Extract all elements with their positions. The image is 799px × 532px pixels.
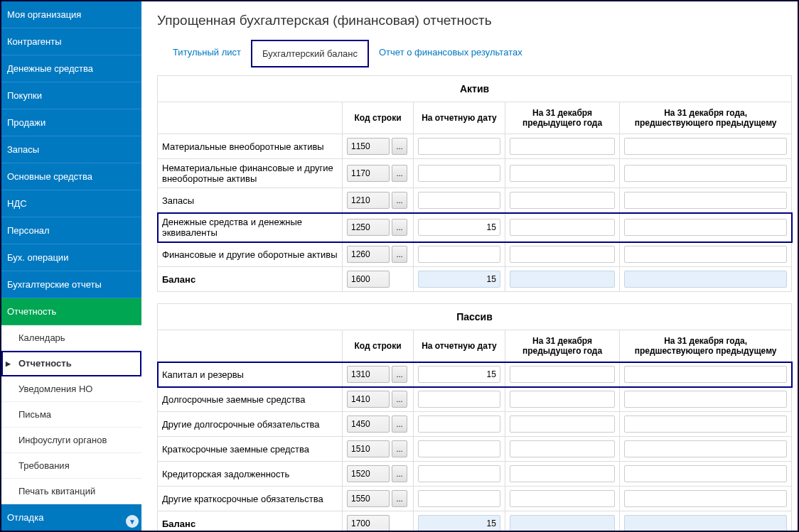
value-input[interactable] <box>510 366 615 383</box>
value-input[interactable] <box>624 165 787 182</box>
value-input[interactable] <box>624 515 787 531</box>
table-row: Денежные средства и денежные эквиваленты… <box>158 213 792 242</box>
value-input[interactable] <box>510 219 615 236</box>
sidebar-item[interactable]: Покупки <box>1 82 141 109</box>
value-input[interactable] <box>624 416 787 433</box>
code-input[interactable] <box>347 271 390 288</box>
table-row: Другие долгосрочные обязательства... <box>158 412 792 437</box>
value-input[interactable] <box>418 416 500 433</box>
code-input[interactable] <box>347 192 390 209</box>
sidebar-sub-item[interactable]: Календарь <box>1 325 141 351</box>
table-row: Кредиторская задолженность... <box>158 462 792 487</box>
code-input[interactable] <box>347 465 390 482</box>
row-label: Краткосрочные заемные средства <box>158 437 343 462</box>
sidebar-item[interactable]: НДС <box>1 190 141 217</box>
scroll-down-icon[interactable]: ▼ <box>126 515 139 528</box>
value-input[interactable] <box>510 138 615 155</box>
code-input[interactable] <box>347 138 390 155</box>
row-label: Финансовые и другие оборотные активы <box>158 242 343 267</box>
value-input[interactable] <box>624 138 787 155</box>
row-label: Денежные средства и денежные эквиваленты <box>158 213 343 242</box>
code-input[interactable] <box>347 515 390 531</box>
value-input[interactable] <box>624 490 787 507</box>
value-input[interactable] <box>418 366 500 383</box>
table-row: Нематериальные финансовые и другие внеоб… <box>158 159 792 188</box>
code-picker-button[interactable]: ... <box>392 391 407 408</box>
code-input[interactable] <box>347 366 390 383</box>
value-input[interactable] <box>418 271 500 288</box>
sidebar-sub-item[interactable]: Требования <box>1 453 141 479</box>
code-input[interactable] <box>347 490 390 507</box>
value-input[interactable] <box>418 219 500 236</box>
value-input[interactable] <box>624 391 787 408</box>
sidebar-item[interactable]: Моя организация <box>1 1 141 28</box>
tab-title-page[interactable]: Титульный лист <box>163 40 251 67</box>
code-input[interactable] <box>347 416 390 433</box>
value-input[interactable] <box>624 246 787 263</box>
value-input[interactable] <box>510 490 615 507</box>
value-input[interactable] <box>510 515 615 531</box>
code-picker-button[interactable]: ... <box>392 465 407 482</box>
sidebar-sub-item[interactable]: Уведомления НО <box>1 376 141 402</box>
value-input[interactable] <box>418 246 500 263</box>
value-input[interactable] <box>510 271 615 288</box>
tab-balance[interactable]: Бухгалтерский баланс <box>251 40 369 67</box>
value-input[interactable] <box>418 465 500 482</box>
value-input[interactable] <box>418 165 500 182</box>
sidebar-item[interactable]: Отчетность <box>1 298 141 325</box>
value-input[interactable] <box>418 490 500 507</box>
sidebar-sub-item[interactable]: Письма <box>1 402 141 428</box>
value-input[interactable] <box>418 391 500 408</box>
tab-fin-results[interactable]: Отчет о финансовых результатах <box>369 40 532 67</box>
code-input[interactable] <box>347 440 390 457</box>
value-input[interactable] <box>510 416 615 433</box>
sidebar-item[interactable]: Отладка <box>1 504 141 531</box>
code-picker-button[interactable]: ... <box>392 440 407 457</box>
value-input[interactable] <box>624 219 787 236</box>
sidebar-item[interactable]: Персонал <box>1 217 141 244</box>
code-input[interactable] <box>347 165 390 182</box>
code-picker-button[interactable]: ... <box>392 165 407 182</box>
code-picker-button[interactable]: ... <box>392 246 407 263</box>
value-input[interactable] <box>624 465 787 482</box>
value-input[interactable] <box>510 192 615 209</box>
col-date: На отчетную дату <box>414 102 505 134</box>
sidebar-sub-item[interactable]: Отчетность <box>1 351 141 376</box>
value-input[interactable] <box>418 440 500 457</box>
table-row: Баланс <box>158 267 792 292</box>
passiv-header: Пассив <box>158 304 792 330</box>
value-input[interactable] <box>624 440 787 457</box>
row-label: Кредиторская задолженность <box>158 462 343 487</box>
code-input[interactable] <box>347 219 390 236</box>
value-input[interactable] <box>624 366 787 383</box>
code-picker-button[interactable]: ... <box>392 192 407 209</box>
code-picker-button[interactable]: ... <box>392 416 407 433</box>
value-input[interactable] <box>510 246 615 263</box>
sidebar-item[interactable]: Запасы <box>1 136 141 163</box>
table-row: Краткосрочные заемные средства... <box>158 437 792 462</box>
sidebar-item[interactable]: Основные средства <box>1 163 141 190</box>
sidebar-item[interactable]: Контрагенты <box>1 28 141 55</box>
value-input[interactable] <box>510 165 615 182</box>
sidebar-item[interactable]: Денежные средства <box>1 55 141 82</box>
sidebar-item[interactable]: Продажи <box>1 109 141 136</box>
value-input[interactable] <box>418 515 500 531</box>
code-picker-button[interactable]: ... <box>392 490 407 507</box>
sidebar-item[interactable]: Бухгалтерские отчеты <box>1 271 141 298</box>
code-input[interactable] <box>347 391 390 408</box>
value-input[interactable] <box>418 138 500 155</box>
col-code: Код строки <box>343 102 414 134</box>
value-input[interactable] <box>624 271 787 288</box>
value-input[interactable] <box>418 192 500 209</box>
sidebar-sub-item[interactable]: Инфоуслуги органов <box>1 428 141 453</box>
value-input[interactable] <box>510 440 615 457</box>
value-input[interactable] <box>510 391 615 408</box>
code-picker-button[interactable]: ... <box>392 366 407 383</box>
code-picker-button[interactable]: ... <box>392 219 407 236</box>
sidebar-sub-item[interactable]: Печать квитанций <box>1 479 141 504</box>
value-input[interactable] <box>624 192 787 209</box>
value-input[interactable] <box>510 465 615 482</box>
code-picker-button[interactable]: ... <box>392 138 407 155</box>
code-input[interactable] <box>347 246 390 263</box>
sidebar-item[interactable]: Бух. операции <box>1 244 141 271</box>
